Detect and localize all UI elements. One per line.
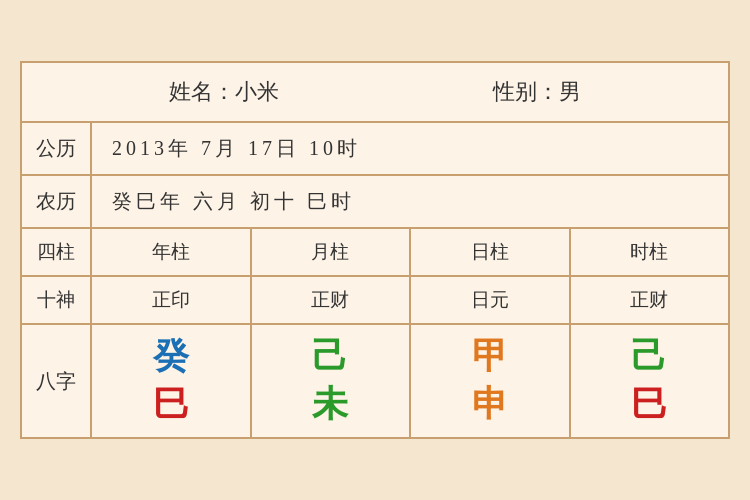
bazi-top-0: 癸 xyxy=(153,337,189,377)
header-row: 姓名：小米 性别：男 xyxy=(22,63,728,123)
solar-content: 2013年 7月 17日 10时 xyxy=(92,123,728,174)
shishen-col-1: 正财 xyxy=(252,277,412,323)
bazi-cells: 癸 巳 己 未 甲 申 己 巳 xyxy=(92,325,728,436)
bazi-label: 八字 xyxy=(22,325,92,436)
sizu-col-1: 月柱 xyxy=(252,229,412,275)
solar-label: 公历 xyxy=(22,123,92,174)
sizu-col-2: 日柱 xyxy=(411,229,571,275)
bazi-cell-3: 己 巳 xyxy=(571,325,729,436)
gender-label: 性别：男 xyxy=(493,77,581,107)
name-label: 姓名：小米 xyxy=(169,77,279,107)
lunar-content: 癸巳年 六月 初十 巳时 xyxy=(92,176,728,227)
bazi-bottom-2: 申 xyxy=(472,385,508,425)
main-container: 姓名：小米 性别：男 公历 2013年 7月 17日 10时 农历 癸巳年 六月… xyxy=(20,61,730,438)
bazi-top-1: 己 xyxy=(312,337,348,377)
bazi-top-3: 己 xyxy=(631,337,667,377)
bazi-cell-1: 己 未 xyxy=(252,325,412,436)
bazi-cell-0: 癸 巳 xyxy=(92,325,252,436)
solar-row: 公历 2013年 7月 17日 10时 xyxy=(22,123,728,176)
shishen-col-2: 日元 xyxy=(411,277,571,323)
bazi-top-2: 甲 xyxy=(472,337,508,377)
sizu-label: 四柱 xyxy=(22,229,92,275)
sizu-col-0: 年柱 xyxy=(92,229,252,275)
shishen-row: 十神 正印 正财 日元 正财 xyxy=(22,277,728,325)
lunar-label: 农历 xyxy=(22,176,92,227)
shishen-label: 十神 xyxy=(22,277,92,323)
shishen-col-3: 正财 xyxy=(571,277,729,323)
bazi-cell-2: 甲 申 xyxy=(411,325,571,436)
bazi-bottom-1: 未 xyxy=(312,385,348,425)
sizu-header: 四柱 年柱 月柱 日柱 时柱 xyxy=(22,229,728,277)
bazi-bottom-3: 巳 xyxy=(631,385,667,425)
bazi-row: 八字 癸 巳 己 未 甲 申 己 巳 xyxy=(22,325,728,436)
sizu-col-3: 时柱 xyxy=(571,229,729,275)
bazi-bottom-0: 巳 xyxy=(153,385,189,425)
lunar-row: 农历 癸巳年 六月 初十 巳时 xyxy=(22,176,728,229)
shishen-col-0: 正印 xyxy=(92,277,252,323)
